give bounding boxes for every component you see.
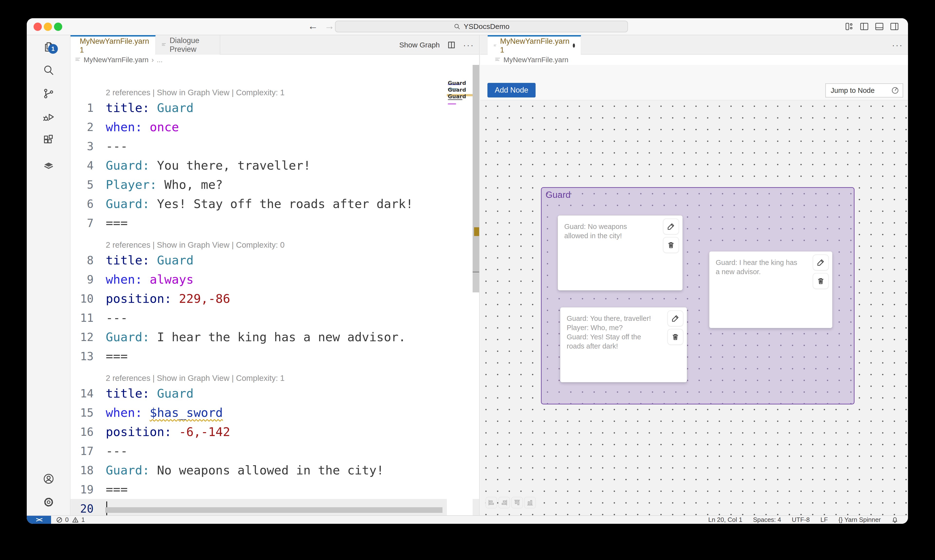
graph-node-card[interactable]: Guard: You there, traveller!Player: Who,… (560, 307, 687, 382)
code-line[interactable]: 18Guard: No weapons allowed in the city! (71, 461, 479, 480)
editor-actions-more-icon[interactable]: ··· (892, 40, 903, 50)
graph-canvas[interactable]: Guard Guard: No weapons allowed in the c… (480, 100, 908, 515)
toggle-secondary-sidebar-icon[interactable] (890, 22, 899, 31)
code-line[interactable]: 8title: Guard (71, 251, 479, 270)
code-line[interactable]: 16position: -6,-142 (71, 422, 479, 442)
sidebar-item-yarn-docs[interactable] (27, 152, 71, 175)
close-window-button[interactable] (34, 23, 42, 31)
code-line[interactable]: 4Guard: You there, traveller! (71, 156, 479, 175)
problems-warnings[interactable]: 1 (72, 516, 85, 523)
codelens-link[interactable]: 2 references (106, 88, 150, 97)
split-editor-icon[interactable] (447, 41, 456, 49)
node-edit-button[interactable] (663, 218, 679, 235)
codelens-link[interactable]: 2 references (106, 240, 150, 249)
breadcrumb-file[interactable]: MyNewYarnFile.yarn (503, 56, 568, 64)
codelens-link[interactable]: Show in Graph View (157, 240, 229, 249)
editor-actions-more-icon[interactable]: ··· (463, 40, 474, 50)
editor-group-text: MyNewYarnFile.yarn 1 Dialogue Preview Sh… (71, 35, 480, 515)
codelens-link[interactable]: Show in Graph View (157, 88, 229, 97)
codelens-link[interactable]: Complexity: 0 (236, 240, 284, 249)
codelens-link[interactable]: Complexity: 1 (236, 374, 284, 383)
sidebar-item-run-debug[interactable] (27, 105, 71, 129)
codelens-link[interactable]: 2 references (106, 374, 150, 383)
minimap[interactable]: Guard Guard Guard (447, 65, 473, 515)
tab-yarn-graph[interactable]: MyNewYarnFile.yarn 1 (487, 35, 581, 55)
align-top-button[interactable] (511, 497, 523, 508)
cursor-position[interactable]: Ln 20, Col 1 (708, 516, 742, 523)
customize-layout-icon[interactable] (844, 22, 854, 31)
dirty-indicator-icon[interactable] (573, 43, 575, 48)
node-delete-button[interactable] (813, 273, 829, 289)
code-line[interactable]: 9when: always (71, 270, 479, 289)
graph-node-card[interactable]: Guard: I hear the king has a new advisor… (709, 251, 832, 328)
code-token: --- (106, 311, 128, 325)
horizontal-scrollbar[interactable] (105, 507, 443, 513)
settings-button[interactable] (27, 491, 71, 514)
problems-errors[interactable]: 0 (56, 516, 69, 523)
history-back-button[interactable]: ← (306, 20, 320, 32)
code-line-text: when: $has_sword (106, 406, 223, 420)
code-line[interactable]: 5Player: Who, me? (71, 175, 479, 194)
line-number: 4 (71, 159, 94, 172)
command-center-search[interactable]: YSDocsDemo (335, 21, 628, 32)
show-graph-action[interactable]: Show Graph (399, 41, 440, 49)
breadcrumb[interactable]: MyNewYarnFile.yarn › ... (71, 55, 479, 65)
sidebar-item-explorer[interactable]: 1 (27, 35, 71, 58)
code-line[interactable]: 15when: $has_sword (71, 403, 479, 422)
tab-dialogue-preview[interactable]: Dialogue Preview (155, 35, 220, 55)
code-line[interactable]: 14title: Guard (71, 384, 479, 403)
node-delete-button[interactable] (667, 329, 683, 345)
toggle-panel-icon[interactable] (875, 22, 884, 31)
node-delete-button[interactable] (663, 237, 679, 253)
tab-yarn-file[interactable]: MyNewYarnFile.yarn 1 (71, 35, 155, 55)
tab-label: Dialogue Preview (170, 36, 214, 54)
sidebar-item-extensions[interactable] (27, 129, 71, 152)
sidebar-item-source-control[interactable] (27, 82, 71, 105)
edit-pencil-icon (671, 314, 680, 323)
line-number: 18 (71, 464, 94, 477)
jump-to-node-input[interactable]: Jump to Node (825, 83, 903, 97)
node-edit-button[interactable] (813, 254, 829, 271)
breadcrumb[interactable]: MyNewYarnFile.yarn (480, 55, 908, 65)
add-node-button[interactable]: Add Node (487, 83, 535, 97)
code-line[interactable]: 7=== (71, 214, 479, 232)
trash-icon (671, 333, 680, 341)
code-line[interactable]: 10position: 229,-86 (71, 289, 479, 308)
scrollbar-slider[interactable] (473, 65, 479, 271)
code-line[interactable]: 17--- (71, 442, 479, 461)
code-editor[interactable]: 2 references | Show in Graph View | Comp… (71, 65, 479, 515)
code-line[interactable]: 3--- (71, 137, 479, 156)
node-edit-button[interactable] (667, 311, 683, 326)
code-line[interactable]: 6Guard: Yes! Stay off the roads after da… (71, 194, 479, 214)
eol-sequence[interactable]: LF (821, 516, 828, 523)
code-line[interactable]: 11--- (71, 308, 479, 328)
code-line[interactable]: 1title: Guard (71, 98, 479, 117)
editor-group-graph: MyNewYarnFile.yarn 1 ··· MyNewYarnFile.y… (480, 35, 908, 515)
zoom-window-button[interactable] (54, 23, 62, 31)
error-icon (56, 517, 63, 523)
notifications-bell[interactable] (892, 517, 898, 523)
account-button[interactable] (27, 467, 71, 491)
code-line[interactable]: 19=== (71, 480, 479, 499)
indentation[interactable]: Spaces: 4 (753, 516, 781, 523)
breadcrumb-symbol[interactable]: ... (157, 56, 163, 64)
remote-indicator[interactable]: >< (27, 516, 51, 524)
code-line-text: --- (106, 311, 128, 325)
align-bottom-button[interactable] (524, 497, 536, 508)
history-forward-button[interactable]: → (323, 20, 336, 32)
breadcrumb-file[interactable]: MyNewYarnFile.yarn (84, 56, 149, 64)
codelens-link[interactable]: Show in Graph View (157, 374, 229, 383)
language-mode[interactable]: {} Yarn Spinner (838, 516, 881, 523)
minimize-window-button[interactable] (44, 23, 52, 31)
align-left-button[interactable] (486, 497, 497, 508)
sidebar-item-search[interactable] (27, 58, 71, 82)
codelens-link[interactable]: Complexity: 1 (236, 88, 284, 97)
vertical-scrollbar[interactable] (473, 65, 479, 515)
code-line[interactable]: 13=== (71, 346, 479, 366)
code-line[interactable]: 2when: once (71, 117, 479, 137)
code-line[interactable]: 12Guard: I hear the king has a new advis… (71, 328, 479, 346)
encoding[interactable]: UTF-8 (792, 516, 810, 523)
graph-node-card[interactable]: Guard: No weapons allowed in the city! (558, 215, 683, 291)
align-right-button[interactable] (498, 497, 510, 508)
toggle-primary-sidebar-icon[interactable] (860, 22, 869, 31)
